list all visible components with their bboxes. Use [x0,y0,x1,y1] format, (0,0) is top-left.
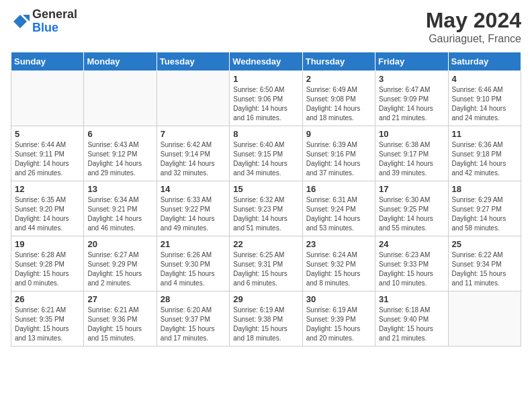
calendar-cell [11,71,84,126]
day-info: Sunrise: 6:25 AM Sunset: 9:31 PM Dayligh… [233,250,298,288]
day-number: 21 [161,239,226,249]
calendar-cell: 29Sunrise: 6:19 AM Sunset: 9:38 PM Dayli… [230,291,302,347]
day-info: Sunrise: 6:47 AM Sunset: 9:09 PM Dayligh… [379,85,444,123]
logo-text: General Blue [32,8,77,35]
calendar-week-row: 12Sunrise: 6:35 AM Sunset: 9:20 PM Dayli… [11,181,521,236]
calendar-cell: 18Sunrise: 6:29 AM Sunset: 9:27 PM Dayli… [448,181,521,236]
weekday-header: Thursday [302,52,375,71]
header: General Blue May 2024 Gauriaguet, France [11,8,521,45]
day-info: Sunrise: 6:21 AM Sunset: 9:36 PM Dayligh… [87,306,152,343]
main-title: May 2024 [426,8,521,33]
weekday-header: Monday [84,52,157,71]
day-number: 17 [379,184,444,194]
calendar-cell: 4Sunrise: 6:46 AM Sunset: 9:10 PM Daylig… [448,71,521,126]
day-info: Sunrise: 6:19 AM Sunset: 9:38 PM Dayligh… [233,306,298,343]
logo-icon [11,12,30,31]
day-info: Sunrise: 6:50 AM Sunset: 9:06 PM Dayligh… [233,85,298,123]
calendar-cell: 24Sunrise: 6:23 AM Sunset: 9:33 PM Dayli… [375,236,448,291]
calendar-week-row: 19Sunrise: 6:28 AM Sunset: 9:28 PM Dayli… [11,236,521,291]
calendar-cell: 19Sunrise: 6:28 AM Sunset: 9:28 PM Dayli… [11,236,84,291]
calendar-cell: 6Sunrise: 6:43 AM Sunset: 9:12 PM Daylig… [84,126,157,181]
day-number: 14 [161,184,226,194]
day-number: 23 [306,239,371,249]
day-info: Sunrise: 6:36 AM Sunset: 9:18 PM Dayligh… [452,140,517,178]
day-info: Sunrise: 6:18 AM Sunset: 9:40 PM Dayligh… [379,306,444,343]
calendar-cell: 7Sunrise: 6:42 AM Sunset: 9:14 PM Daylig… [157,126,229,181]
day-number: 29 [233,294,298,304]
day-info: Sunrise: 6:38 AM Sunset: 9:17 PM Dayligh… [379,140,444,178]
calendar-week-row: 1Sunrise: 6:50 AM Sunset: 9:06 PM Daylig… [11,71,521,126]
calendar-cell: 1Sunrise: 6:50 AM Sunset: 9:06 PM Daylig… [230,71,302,126]
weekday-header: Wednesday [230,52,302,71]
day-number: 26 [15,294,80,304]
day-info: Sunrise: 6:28 AM Sunset: 9:28 PM Dayligh… [15,250,80,288]
calendar-cell: 30Sunrise: 6:19 AM Sunset: 9:39 PM Dayli… [302,291,375,347]
day-info: Sunrise: 6:30 AM Sunset: 9:25 PM Dayligh… [379,195,444,233]
day-info: Sunrise: 6:43 AM Sunset: 9:12 PM Dayligh… [87,140,152,178]
day-info: Sunrise: 6:26 AM Sunset: 9:30 PM Dayligh… [161,250,226,288]
day-number: 30 [306,294,371,304]
calendar-cell: 23Sunrise: 6:24 AM Sunset: 9:32 PM Dayli… [302,236,375,291]
calendar-cell: 2Sunrise: 6:49 AM Sunset: 9:08 PM Daylig… [302,71,375,126]
logo-general-text: General [32,8,77,21]
day-info: Sunrise: 6:22 AM Sunset: 9:34 PM Dayligh… [452,250,517,288]
calendar-cell: 20Sunrise: 6:27 AM Sunset: 9:29 PM Dayli… [84,236,157,291]
logo-blue-text: Blue [32,21,77,35]
logo: General Blue [11,8,77,35]
day-number: 11 [452,129,517,139]
calendar-cell: 13Sunrise: 6:34 AM Sunset: 9:21 PM Dayli… [84,181,157,236]
day-info: Sunrise: 6:49 AM Sunset: 9:08 PM Dayligh… [306,85,371,123]
day-number: 6 [87,129,152,139]
calendar-cell: 17Sunrise: 6:30 AM Sunset: 9:25 PM Dayli… [375,181,448,236]
day-number: 8 [233,129,298,139]
day-number: 27 [87,294,152,304]
day-number: 28 [161,294,226,304]
calendar-cell [448,291,521,347]
day-number: 15 [233,184,298,194]
day-info: Sunrise: 6:19 AM Sunset: 9:39 PM Dayligh… [306,306,371,343]
day-info: Sunrise: 6:32 AM Sunset: 9:23 PM Dayligh… [233,195,298,233]
calendar-cell: 10Sunrise: 6:38 AM Sunset: 9:17 PM Dayli… [375,126,448,181]
page: General Blue May 2024 Gauriaguet, France… [0,0,532,411]
day-number: 2 [306,74,371,84]
day-info: Sunrise: 6:21 AM Sunset: 9:35 PM Dayligh… [15,306,80,343]
calendar-cell: 9Sunrise: 6:39 AM Sunset: 9:16 PM Daylig… [302,126,375,181]
calendar-week-row: 5Sunrise: 6:44 AM Sunset: 9:11 PM Daylig… [11,126,521,181]
calendar-cell: 31Sunrise: 6:18 AM Sunset: 9:40 PM Dayli… [375,291,448,347]
calendar-cell: 26Sunrise: 6:21 AM Sunset: 9:35 PM Dayli… [11,291,84,347]
calendar-cell: 25Sunrise: 6:22 AM Sunset: 9:34 PM Dayli… [448,236,521,291]
day-info: Sunrise: 6:20 AM Sunset: 9:37 PM Dayligh… [161,306,226,343]
day-number: 22 [233,239,298,249]
weekday-header: Sunday [11,52,84,71]
day-number: 1 [233,74,298,84]
calendar-cell: 11Sunrise: 6:36 AM Sunset: 9:18 PM Dayli… [448,126,521,181]
calendar-header-row: SundayMondayTuesdayWednesdayThursdayFrid… [11,52,521,71]
calendar-cell: 21Sunrise: 6:26 AM Sunset: 9:30 PM Dayli… [157,236,229,291]
day-number: 9 [306,129,371,139]
title-block: May 2024 Gauriaguet, France [426,8,521,45]
calendar-cell: 22Sunrise: 6:25 AM Sunset: 9:31 PM Dayli… [230,236,302,291]
calendar-table: SundayMondayTuesdayWednesdayThursdayFrid… [11,52,521,347]
day-number: 20 [87,239,152,249]
day-number: 16 [306,184,371,194]
day-number: 5 [15,129,80,139]
day-number: 18 [452,184,517,194]
day-info: Sunrise: 6:39 AM Sunset: 9:16 PM Dayligh… [306,140,371,178]
calendar-cell: 27Sunrise: 6:21 AM Sunset: 9:36 PM Dayli… [84,291,157,347]
weekday-header: Saturday [448,52,521,71]
calendar-cell [84,71,157,126]
day-info: Sunrise: 6:46 AM Sunset: 9:10 PM Dayligh… [452,85,517,123]
day-number: 7 [161,129,226,139]
weekday-header: Tuesday [157,52,229,71]
day-number: 19 [15,239,80,249]
day-info: Sunrise: 6:24 AM Sunset: 9:32 PM Dayligh… [306,250,371,288]
subtitle: Gauriaguet, France [426,33,521,45]
calendar-cell: 3Sunrise: 6:47 AM Sunset: 9:09 PM Daylig… [375,71,448,126]
day-info: Sunrise: 6:35 AM Sunset: 9:20 PM Dayligh… [15,195,80,233]
day-number: 12 [15,184,80,194]
calendar-week-row: 26Sunrise: 6:21 AM Sunset: 9:35 PM Dayli… [11,291,521,347]
day-number: 24 [379,239,444,249]
day-number: 3 [379,74,444,84]
calendar-cell: 28Sunrise: 6:20 AM Sunset: 9:37 PM Dayli… [157,291,229,347]
day-number: 13 [87,184,152,194]
